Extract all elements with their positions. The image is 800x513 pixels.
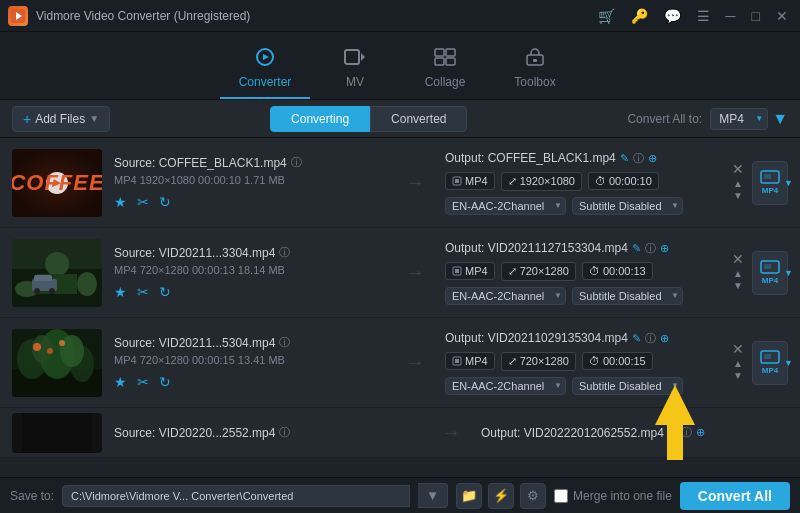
audio-select-wrap-2: EN-AAC-2Channel	[445, 287, 566, 305]
maximize-icon[interactable]: □	[748, 8, 764, 24]
arrow-1: →	[397, 171, 433, 194]
menu-icon[interactable]: ☰	[693, 8, 714, 24]
format-badge-box-1[interactable]: MP4 ▼	[752, 161, 788, 205]
format-dropdown-arrow-2[interactable]: ▼	[784, 268, 793, 278]
edit-icon-2[interactable]: ✎	[632, 242, 641, 255]
toolbox-icon	[523, 47, 547, 72]
close-icon[interactable]: ✕	[772, 8, 792, 24]
scroll-down-3[interactable]: ▼	[733, 371, 743, 381]
scissors-icon-3[interactable]: ✂	[137, 374, 149, 390]
arrow-3: →	[397, 351, 433, 374]
scroll-up-3[interactable]: ▲	[733, 359, 743, 369]
convert-all-dropdown-btn[interactable]: ▼	[772, 110, 788, 128]
audio-select-2[interactable]: EN-AAC-2Channel	[445, 287, 566, 305]
scroll-up-1[interactable]: ▲	[733, 179, 743, 189]
converted-tab[interactable]: Converted	[370, 106, 467, 132]
toolbar: + Add Files ▼ Converting Converted Conve…	[0, 100, 800, 138]
tab-toolbox[interactable]: Toolbox	[490, 39, 580, 99]
star-icon-3[interactable]: ★	[114, 374, 127, 390]
format-badge-2: MP4	[445, 262, 495, 280]
converting-tab[interactable]: Converting	[270, 106, 370, 132]
dur-badge-3: ⏱ 00:00:15	[582, 352, 653, 370]
subtitle-select-2[interactable]: Subtitle Disabled	[572, 287, 683, 305]
output-area-2: Output: VID20211127153304.mp4 ✎ ⓘ ⊕ MP4 …	[445, 241, 716, 305]
scroll-up-2[interactable]: ▲	[733, 269, 743, 279]
info-icon-3[interactable]: ⓘ	[279, 335, 290, 350]
output-selects-1: EN-AAC-2Channel Subtitle Disabled	[445, 197, 716, 215]
svg-point-21	[77, 272, 97, 296]
merge-checkbox[interactable]	[554, 489, 568, 503]
tab-collage[interactable]: Collage	[400, 39, 490, 99]
minimize-icon[interactable]: ─	[722, 8, 740, 24]
settings-btn-2[interactable]: ⚙	[520, 483, 546, 509]
add-files-button[interactable]: + Add Files ▼	[12, 106, 110, 132]
rotate-icon-2[interactable]: ↻	[159, 284, 171, 300]
subtitle-select-1[interactable]: Subtitle Disabled	[572, 197, 683, 215]
format-badge-box-2[interactable]: MP4 ▼	[752, 251, 788, 295]
star-icon-2[interactable]: ★	[114, 284, 127, 300]
tab-converter[interactable]: Converter	[220, 39, 310, 99]
subtitle-select-wrap-2: Subtitle Disabled	[572, 287, 683, 305]
close-item-2[interactable]: ✕	[728, 251, 748, 267]
output-add-icon-2[interactable]: ⊕	[660, 242, 669, 255]
scissors-icon-2[interactable]: ✂	[137, 284, 149, 300]
rotate-icon-3[interactable]: ↻	[159, 374, 171, 390]
file-actions-2: ★ ✂ ↻	[114, 284, 385, 300]
output-info-icon-1[interactable]: ⓘ	[633, 151, 644, 166]
output-controls-2: MP4 ⤢ 720×1280 ⏱ 00:00:13	[445, 262, 716, 281]
file-info-4: Source: VID20220...2552.mp4 ⓘ	[114, 425, 421, 440]
key-icon[interactable]: 🔑	[627, 8, 652, 24]
audio-select-1[interactable]: EN-AAC-2Channel	[445, 197, 566, 215]
info-icon-2[interactable]: ⓘ	[279, 245, 290, 260]
convert-all-format-select[interactable]: MP4 MKV AVI MOV	[710, 108, 768, 130]
tab-converter-label: Converter	[239, 75, 292, 89]
svg-rect-8	[435, 58, 444, 65]
svg-point-18	[45, 252, 69, 276]
scroll-down-2[interactable]: ▼	[733, 281, 743, 291]
open-folder-btn[interactable]: 📁	[456, 483, 482, 509]
output-info-icon-2[interactable]: ⓘ	[645, 241, 656, 256]
close-item-3[interactable]: ✕	[728, 341, 748, 357]
file-source-2: Source: VID20211...3304.mp4 ⓘ	[114, 245, 385, 260]
audio-select-wrap-3: EN-AAC-2Channel	[445, 377, 566, 395]
output-source-1: Output: COFFEE_BLACK1.mp4 ✎ ⓘ ⊕	[445, 151, 716, 166]
output-info-icon-3[interactable]: ⓘ	[645, 331, 656, 346]
settings-btn-1[interactable]: ⚡	[488, 483, 514, 509]
dur-badge-2: ⏱ 00:00:13	[582, 262, 653, 280]
output-source-4: Output: VID20222012062552.mp4 ✎ ⓘ ⊕	[481, 425, 788, 440]
svg-point-39	[47, 348, 53, 354]
file-source-4: Source: VID20220...2552.mp4 ⓘ	[114, 425, 421, 440]
file-thumb-4	[12, 413, 102, 453]
edit-icon-1[interactable]: ✎	[620, 152, 629, 165]
yellow-arrow	[640, 385, 710, 468]
svg-rect-11	[533, 59, 537, 62]
close-item-1[interactable]: ✕	[728, 161, 748, 177]
app-title: Vidmore Video Converter (Unregistered)	[36, 9, 594, 23]
plant-thumbnail	[12, 329, 102, 397]
output-add-icon-3[interactable]: ⊕	[660, 332, 669, 345]
star-icon-1[interactable]: ★	[114, 194, 127, 210]
svg-rect-4	[345, 50, 359, 64]
convert-all-button[interactable]: Convert All	[680, 482, 790, 510]
message-icon[interactable]: 💬	[660, 8, 685, 24]
save-path-dropdown-btn[interactable]: ▼	[418, 483, 448, 508]
format-badge-box-3[interactable]: MP4 ▼	[752, 341, 788, 385]
scroll-down-1[interactable]: ▼	[733, 191, 743, 201]
file-thumb-3	[12, 329, 102, 397]
svg-rect-27	[455, 269, 459, 273]
audio-select-3[interactable]: EN-AAC-2Channel	[445, 377, 566, 395]
format-dropdown-arrow-3[interactable]: ▼	[784, 358, 793, 368]
info-icon-4[interactable]: ⓘ	[279, 425, 290, 440]
bottom-icons: 📁 ⚡ ⚙	[456, 483, 546, 509]
file-source-3: Source: VID20211...5304.mp4 ⓘ	[114, 335, 385, 350]
info-icon-1[interactable]: ⓘ	[291, 155, 302, 170]
cart-icon[interactable]: 🛒	[594, 8, 619, 24]
scissors-icon-1[interactable]: ✂	[137, 194, 149, 210]
audio-select-wrap-1: EN-AAC-2Channel	[445, 197, 566, 215]
format-dropdown-arrow-1[interactable]: ▼	[784, 178, 793, 188]
tab-mv[interactable]: MV	[310, 39, 400, 99]
rotate-icon-1[interactable]: ↻	[159, 194, 171, 210]
edit-icon-3[interactable]: ✎	[632, 332, 641, 345]
converter-icon	[253, 47, 277, 72]
output-add-icon-1[interactable]: ⊕	[648, 152, 657, 165]
